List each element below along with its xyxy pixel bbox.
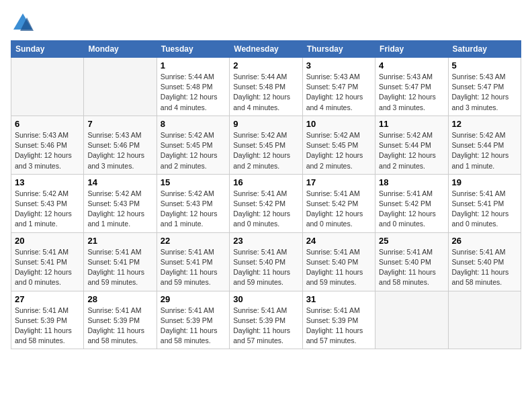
day-number: 8 bbox=[161, 119, 226, 129]
calendar-cell: 5Sunrise: 5:43 AM Sunset: 5:47 PM Daylig… bbox=[448, 58, 521, 116]
day-info: Sunrise: 5:42 AM Sunset: 5:45 PM Dayligh… bbox=[161, 130, 226, 171]
day-number: 5 bbox=[452, 60, 517, 71]
day-info: Sunrise: 5:43 AM Sunset: 5:47 PM Dayligh… bbox=[306, 72, 371, 113]
day-info: Sunrise: 5:43 AM Sunset: 5:46 PM Dayligh… bbox=[87, 130, 152, 171]
calendar-cell: 25Sunrise: 5:41 AM Sunset: 5:40 PM Dayli… bbox=[375, 232, 448, 291]
weekday-header-saturday: Saturday bbox=[448, 41, 521, 58]
day-number: 17 bbox=[306, 177, 371, 187]
day-number: 10 bbox=[306, 119, 371, 129]
day-info: Sunrise: 5:43 AM Sunset: 5:47 PM Dayligh… bbox=[379, 72, 444, 113]
calendar-cell: 8Sunrise: 5:42 AM Sunset: 5:45 PM Daylig… bbox=[157, 116, 229, 174]
calendar-cell: 2Sunrise: 5:44 AM Sunset: 5:48 PM Daylig… bbox=[230, 58, 302, 116]
day-info: Sunrise: 5:42 AM Sunset: 5:43 PM Dayligh… bbox=[87, 189, 152, 230]
day-number: 3 bbox=[306, 60, 371, 71]
day-number: 4 bbox=[379, 60, 444, 71]
calendar-cell: 20Sunrise: 5:41 AM Sunset: 5:41 PM Dayli… bbox=[11, 232, 84, 291]
day-number: 11 bbox=[379, 119, 444, 129]
logo bbox=[11, 11, 38, 35]
day-info: Sunrise: 5:41 AM Sunset: 5:40 PM Dayligh… bbox=[306, 247, 371, 288]
day-number: 2 bbox=[233, 60, 298, 71]
calendar-cell bbox=[11, 58, 84, 116]
day-info: Sunrise: 5:41 AM Sunset: 5:39 PM Dayligh… bbox=[15, 306, 80, 347]
weekday-header-monday: Monday bbox=[84, 41, 157, 58]
calendar-cell: 16Sunrise: 5:41 AM Sunset: 5:42 PM Dayli… bbox=[230, 174, 302, 232]
day-info: Sunrise: 5:42 AM Sunset: 5:45 PM Dayligh… bbox=[233, 130, 298, 171]
calendar-cell: 23Sunrise: 5:41 AM Sunset: 5:40 PM Dayli… bbox=[230, 232, 302, 291]
calendar-week-row: 6Sunrise: 5:43 AM Sunset: 5:46 PM Daylig… bbox=[11, 116, 521, 174]
calendar-cell: 6Sunrise: 5:43 AM Sunset: 5:46 PM Daylig… bbox=[11, 116, 84, 174]
calendar-cell: 24Sunrise: 5:41 AM Sunset: 5:40 PM Dayli… bbox=[302, 232, 375, 291]
day-info: Sunrise: 5:41 AM Sunset: 5:41 PM Dayligh… bbox=[87, 247, 152, 288]
day-info: Sunrise: 5:41 AM Sunset: 5:39 PM Dayligh… bbox=[306, 306, 371, 347]
calendar-week-row: 27Sunrise: 5:41 AM Sunset: 5:39 PM Dayli… bbox=[11, 291, 521, 349]
calendar-cell: 7Sunrise: 5:43 AM Sunset: 5:46 PM Daylig… bbox=[84, 116, 157, 174]
calendar-cell: 27Sunrise: 5:41 AM Sunset: 5:39 PM Dayli… bbox=[11, 291, 84, 349]
weekday-header-friday: Friday bbox=[375, 41, 448, 58]
calendar-header-row: SundayMondayTuesdayWednesdayThursdayFrid… bbox=[11, 41, 521, 58]
header bbox=[11, 11, 521, 35]
day-number: 20 bbox=[15, 236, 80, 246]
calendar-week-row: 13Sunrise: 5:42 AM Sunset: 5:43 PM Dayli… bbox=[11, 174, 521, 232]
day-info: Sunrise: 5:43 AM Sunset: 5:47 PM Dayligh… bbox=[452, 72, 517, 113]
day-info: Sunrise: 5:44 AM Sunset: 5:48 PM Dayligh… bbox=[233, 72, 298, 113]
day-number: 13 bbox=[15, 177, 80, 187]
calendar-cell: 15Sunrise: 5:42 AM Sunset: 5:43 PM Dayli… bbox=[157, 174, 229, 232]
calendar-cell bbox=[84, 58, 157, 116]
calendar-cell: 19Sunrise: 5:41 AM Sunset: 5:41 PM Dayli… bbox=[448, 174, 521, 232]
calendar-cell: 26Sunrise: 5:41 AM Sunset: 5:40 PM Dayli… bbox=[448, 232, 521, 291]
calendar-cell: 14Sunrise: 5:42 AM Sunset: 5:43 PM Dayli… bbox=[84, 174, 157, 232]
calendar-cell: 12Sunrise: 5:42 AM Sunset: 5:44 PM Dayli… bbox=[448, 116, 521, 174]
day-info: Sunrise: 5:42 AM Sunset: 5:44 PM Dayligh… bbox=[379, 130, 444, 171]
calendar-cell: 18Sunrise: 5:41 AM Sunset: 5:42 PM Dayli… bbox=[375, 174, 448, 232]
day-info: Sunrise: 5:41 AM Sunset: 5:41 PM Dayligh… bbox=[161, 247, 226, 288]
day-info: Sunrise: 5:42 AM Sunset: 5:43 PM Dayligh… bbox=[161, 189, 226, 230]
day-number: 1 bbox=[161, 60, 226, 71]
day-number: 31 bbox=[306, 294, 371, 304]
day-number: 23 bbox=[233, 236, 298, 246]
day-info: Sunrise: 5:41 AM Sunset: 5:39 PM Dayligh… bbox=[87, 306, 152, 347]
weekday-header-tuesday: Tuesday bbox=[157, 41, 229, 58]
day-info: Sunrise: 5:41 AM Sunset: 5:41 PM Dayligh… bbox=[452, 189, 517, 230]
calendar-cell: 3Sunrise: 5:43 AM Sunset: 5:47 PM Daylig… bbox=[302, 58, 375, 116]
day-number: 29 bbox=[161, 294, 226, 304]
calendar-cell: 28Sunrise: 5:41 AM Sunset: 5:39 PM Dayli… bbox=[84, 291, 157, 349]
calendar-cell: 31Sunrise: 5:41 AM Sunset: 5:39 PM Dayli… bbox=[302, 291, 375, 349]
day-info: Sunrise: 5:44 AM Sunset: 5:48 PM Dayligh… bbox=[161, 72, 226, 113]
day-info: Sunrise: 5:41 AM Sunset: 5:42 PM Dayligh… bbox=[379, 189, 444, 230]
day-number: 26 bbox=[452, 236, 517, 246]
day-number: 7 bbox=[87, 119, 152, 129]
calendar-table: SundayMondayTuesdayWednesdayThursdayFrid… bbox=[11, 40, 521, 349]
day-info: Sunrise: 5:41 AM Sunset: 5:40 PM Dayligh… bbox=[379, 247, 444, 288]
day-info: Sunrise: 5:42 AM Sunset: 5:44 PM Dayligh… bbox=[452, 130, 517, 171]
day-info: Sunrise: 5:42 AM Sunset: 5:45 PM Dayligh… bbox=[306, 130, 371, 171]
calendar-cell: 9Sunrise: 5:42 AM Sunset: 5:45 PM Daylig… bbox=[230, 116, 302, 174]
day-number: 27 bbox=[15, 294, 80, 304]
day-info: Sunrise: 5:41 AM Sunset: 5:42 PM Dayligh… bbox=[233, 189, 298, 230]
day-number: 12 bbox=[452, 119, 517, 129]
calendar-cell: 4Sunrise: 5:43 AM Sunset: 5:47 PM Daylig… bbox=[375, 58, 448, 116]
calendar-cell: 17Sunrise: 5:41 AM Sunset: 5:42 PM Dayli… bbox=[302, 174, 375, 232]
day-info: Sunrise: 5:41 AM Sunset: 5:40 PM Dayligh… bbox=[452, 247, 517, 288]
day-info: Sunrise: 5:41 AM Sunset: 5:42 PM Dayligh… bbox=[306, 189, 371, 230]
calendar-cell: 10Sunrise: 5:42 AM Sunset: 5:45 PM Dayli… bbox=[302, 116, 375, 174]
day-number: 24 bbox=[306, 236, 371, 246]
day-info: Sunrise: 5:41 AM Sunset: 5:39 PM Dayligh… bbox=[161, 306, 226, 347]
day-number: 28 bbox=[87, 294, 152, 304]
weekday-header-thursday: Thursday bbox=[302, 41, 375, 58]
day-number: 30 bbox=[233, 294, 298, 304]
calendar-cell: 21Sunrise: 5:41 AM Sunset: 5:41 PM Dayli… bbox=[84, 232, 157, 291]
weekday-header-wednesday: Wednesday bbox=[230, 41, 302, 58]
calendar-cell: 29Sunrise: 5:41 AM Sunset: 5:39 PM Dayli… bbox=[157, 291, 229, 349]
day-info: Sunrise: 5:43 AM Sunset: 5:46 PM Dayligh… bbox=[15, 130, 80, 171]
day-number: 21 bbox=[87, 236, 152, 246]
calendar-cell: 1Sunrise: 5:44 AM Sunset: 5:48 PM Daylig… bbox=[157, 58, 229, 116]
calendar-cell: 30Sunrise: 5:41 AM Sunset: 5:39 PM Dayli… bbox=[230, 291, 302, 349]
weekday-header-sunday: Sunday bbox=[11, 41, 84, 58]
day-number: 22 bbox=[161, 236, 226, 246]
day-number: 19 bbox=[452, 177, 517, 187]
day-info: Sunrise: 5:41 AM Sunset: 5:41 PM Dayligh… bbox=[15, 247, 80, 288]
calendar-cell: 13Sunrise: 5:42 AM Sunset: 5:43 PM Dayli… bbox=[11, 174, 84, 232]
day-info: Sunrise: 5:41 AM Sunset: 5:40 PM Dayligh… bbox=[233, 247, 298, 288]
day-number: 14 bbox=[87, 177, 152, 187]
day-number: 9 bbox=[233, 119, 298, 129]
